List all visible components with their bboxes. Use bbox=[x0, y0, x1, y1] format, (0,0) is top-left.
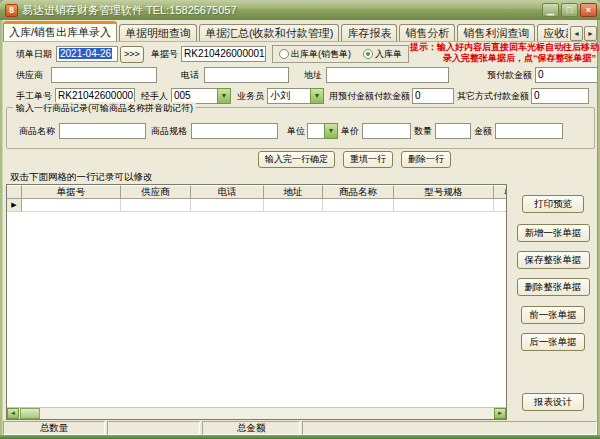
item-name-input[interactable] bbox=[59, 123, 146, 139]
side-button-panel: 打印预览新增一张单据保存整张单据删除整张单据前一张单据后一张单据报表设计 bbox=[509, 186, 597, 419]
input-hint-line2: 录入完整张单据后，点“保存整张单据” bbox=[410, 53, 596, 64]
grid-cell[interactable] bbox=[121, 199, 191, 212]
item-amount-input[interactable] bbox=[495, 123, 563, 139]
date-input[interactable]: 2021-04-26 bbox=[56, 46, 118, 62]
item-unit-value bbox=[307, 123, 324, 139]
tab-scroll-right-icon[interactable]: ► bbox=[584, 26, 597, 41]
window-title: 易达进销存财务管理软件 TEL:15825675057 bbox=[22, 3, 542, 18]
salesman-value: 小刘 bbox=[267, 88, 310, 104]
tab-4[interactable]: 库存报表 bbox=[341, 24, 397, 41]
item-unit-combo[interactable]: ▼ bbox=[307, 123, 338, 139]
grid-column-header[interactable]: 单据号 bbox=[22, 185, 121, 199]
total-amount-value bbox=[302, 421, 597, 435]
item-amount-label: 金额 bbox=[474, 125, 492, 138]
window-frame-bottom bbox=[0, 435, 600, 439]
app-window: 8 易达进销存财务管理软件 TEL:15825675057 ▁ □ × 入库/销… bbox=[0, 0, 600, 439]
new-doc-button[interactable]: 新增一张单据 bbox=[517, 224, 590, 242]
records-grid[interactable]: 单据号供应商电话地址商品名称型号规格单位 ▶ ◄ ► bbox=[6, 184, 507, 420]
total-amount-label: 总金额 bbox=[202, 421, 300, 435]
minimize-icon[interactable]: ▁ bbox=[542, 3, 559, 17]
scroll-right-icon[interactable]: ► bbox=[494, 408, 506, 419]
grid-cell[interactable] bbox=[323, 199, 394, 212]
close-icon[interactable]: × bbox=[580, 3, 597, 17]
doc-type-radio-group: 出库单(销售单) 入库单 bbox=[272, 45, 409, 63]
item-entry-title: 输入一行商品记录(可输商品名称拼音助记符) bbox=[13, 102, 196, 115]
item-qty-input[interactable] bbox=[435, 123, 471, 139]
scroll-left-icon[interactable]: ◄ bbox=[7, 408, 19, 419]
salesman-dropdown-icon[interactable]: ▼ bbox=[310, 88, 324, 104]
item-unit-label: 单位 bbox=[287, 125, 305, 138]
handler-dropdown-icon[interactable]: ▼ bbox=[217, 88, 231, 104]
radio-outbound[interactable]: 出库单(销售单) bbox=[279, 48, 351, 61]
item-price-input[interactable] bbox=[362, 123, 411, 139]
report-design-button[interactable]: 报表设计 bbox=[522, 393, 584, 411]
manual-no-label: 手工单号 bbox=[16, 90, 52, 103]
total-qty-value bbox=[107, 421, 200, 435]
confirm-line-button[interactable]: 输入完一行确定 bbox=[258, 151, 335, 168]
radio-outbound-icon bbox=[279, 49, 289, 59]
date-picker-button[interactable]: >>> bbox=[120, 46, 144, 63]
supplier-input[interactable] bbox=[51, 67, 157, 83]
radio-outbound-label: 出库单(销售单) bbox=[291, 48, 351, 61]
next-doc-button[interactable]: 后一张单据 bbox=[521, 333, 585, 351]
tab-1[interactable]: 入库/销售出库单录入 bbox=[3, 21, 117, 41]
window-controls: ▁ □ × bbox=[542, 3, 597, 17]
tab-scroll-left-icon[interactable]: ◄ bbox=[570, 26, 583, 41]
prepay-input[interactable]: 0 bbox=[535, 67, 597, 83]
tab-5[interactable]: 销售分析 bbox=[399, 24, 455, 41]
radio-inbound[interactable]: 入库单 bbox=[363, 48, 402, 61]
grid-column-header[interactable]: 商品名称 bbox=[323, 185, 394, 199]
tab-2[interactable]: 单据明细查询 bbox=[119, 24, 197, 41]
grid-cell[interactable] bbox=[264, 199, 323, 212]
grid-cell[interactable] bbox=[494, 199, 507, 212]
item-price-label: 单价 bbox=[341, 125, 359, 138]
item-spec-input[interactable] bbox=[191, 123, 278, 139]
app-icon: 8 bbox=[5, 4, 18, 17]
title-bar[interactable]: 8 易达进销存财务管理软件 TEL:15825675057 ▁ □ × bbox=[0, 0, 600, 20]
other-pay-input[interactable]: 0 bbox=[531, 88, 589, 104]
grid-column-header[interactable]: 地址 bbox=[264, 185, 323, 199]
grid-cell[interactable] bbox=[22, 199, 121, 212]
tab-6[interactable]: 销售利润查询 bbox=[457, 24, 535, 41]
prepay-label: 预付款金额 bbox=[487, 69, 532, 82]
grid-hscrollbar[interactable]: ◄ ► bbox=[7, 407, 506, 419]
salesman-combo[interactable]: 小刘 ▼ bbox=[267, 88, 324, 104]
delete-doc-button[interactable]: 删除整张单据 bbox=[517, 278, 590, 296]
save-doc-button[interactable]: 保存整张单据 bbox=[517, 251, 590, 269]
salesman-label: 业务员 bbox=[237, 90, 264, 103]
docno-label: 单据号 bbox=[151, 48, 178, 61]
item-entry-groupbox: 输入一行商品记录(可输商品名称拼音助记符) 商品名称 商品规格 单位 ▼ 单价 … bbox=[6, 107, 595, 149]
item-unit-dropdown-icon[interactable]: ▼ bbox=[324, 123, 338, 139]
grid-column-header[interactable]: 电话 bbox=[191, 185, 264, 199]
input-hint: 提示：输入好内容后直接回车光标自动往后移动 录入完整张单据后，点“保存整张单据” bbox=[410, 42, 596, 64]
grid-column-header[interactable]: 型号规格 bbox=[394, 185, 494, 199]
tab-7[interactable]: 应收款查询 bbox=[537, 24, 568, 41]
tab-list: 入库/销售出库单录入单据明细查询单据汇总(收款和付款管理)库存报表销售分析销售利… bbox=[3, 21, 568, 41]
input-hint-line1: 提示：输入好内容后直接回车光标自动往后移动 bbox=[410, 42, 596, 53]
radio-inbound-label: 入库单 bbox=[375, 48, 402, 61]
address-input[interactable] bbox=[326, 67, 449, 83]
form-row-2: 供应商 电话 地址 预付款金额 0 bbox=[3, 66, 597, 84]
status-bar: 总数量 总金额 bbox=[3, 421, 597, 435]
grid-column-header[interactable]: 单位 bbox=[494, 185, 507, 199]
tab-scroll: ◄ ► bbox=[570, 26, 597, 41]
delete-line-button[interactable]: 删除一行 bbox=[401, 151, 451, 168]
maximize-icon[interactable]: □ bbox=[561, 3, 578, 17]
item-spec-label: 商品规格 bbox=[151, 125, 187, 138]
grid-column-header[interactable]: 供应商 bbox=[121, 185, 191, 199]
phone-input[interactable] bbox=[204, 67, 289, 83]
grid-cell[interactable] bbox=[191, 199, 264, 212]
docno-input[interactable]: RK210426000001 bbox=[181, 46, 266, 62]
grid-data-row[interactable]: ▶ bbox=[7, 199, 506, 212]
print-preview-button[interactable]: 打印预览 bbox=[522, 195, 584, 213]
total-qty-label: 总数量 bbox=[3, 421, 105, 435]
item-qty-label: 数量 bbox=[414, 125, 432, 138]
radio-inbound-icon bbox=[363, 49, 373, 59]
grid-cell[interactable] bbox=[394, 199, 494, 212]
item-entry-row: 商品名称 商品规格 单位 ▼ 单价 数量 金额 bbox=[7, 122, 594, 140]
prepay-pay-input[interactable]: 0 bbox=[412, 88, 454, 104]
scroll-thumb[interactable] bbox=[20, 408, 40, 419]
tab-3[interactable]: 单据汇总(收款和付款管理) bbox=[199, 24, 339, 41]
refill-line-button[interactable]: 重填一行 bbox=[343, 151, 393, 168]
prev-doc-button[interactable]: 前一张单据 bbox=[521, 306, 585, 324]
